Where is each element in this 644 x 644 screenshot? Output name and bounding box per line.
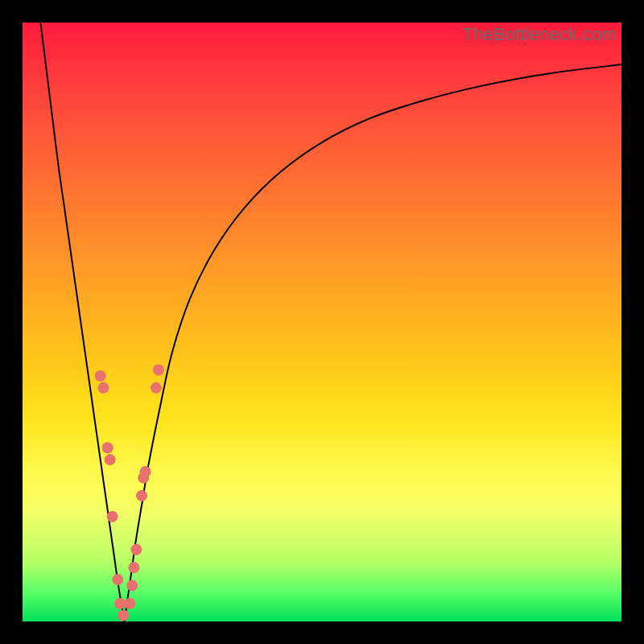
dot-left-4 (105, 454, 116, 465)
curve-left (40, 23, 124, 621)
chart-svg (23, 23, 621, 621)
dot-right-3 (128, 562, 139, 573)
dot-right-4 (130, 544, 142, 555)
dot-left-1 (95, 370, 106, 382)
curve-right (124, 64, 621, 621)
dot-left-5 (107, 511, 118, 522)
dot-left-6 (112, 574, 123, 585)
dot-right-5 (136, 490, 147, 502)
dot-right-7 (140, 466, 151, 477)
plot-area: TheBottleneck.com (23, 23, 621, 621)
frame: TheBottleneck.com (0, 0, 644, 644)
dot-left-3 (102, 442, 114, 453)
dot-right-2 (126, 580, 138, 591)
dot-left-7 (114, 598, 126, 609)
dot-left-8 (118, 610, 129, 621)
dot-right-1 (124, 598, 135, 609)
dot-right-8 (151, 382, 162, 394)
dot-left-2 (97, 382, 109, 394)
dot-right-9 (153, 365, 164, 376)
